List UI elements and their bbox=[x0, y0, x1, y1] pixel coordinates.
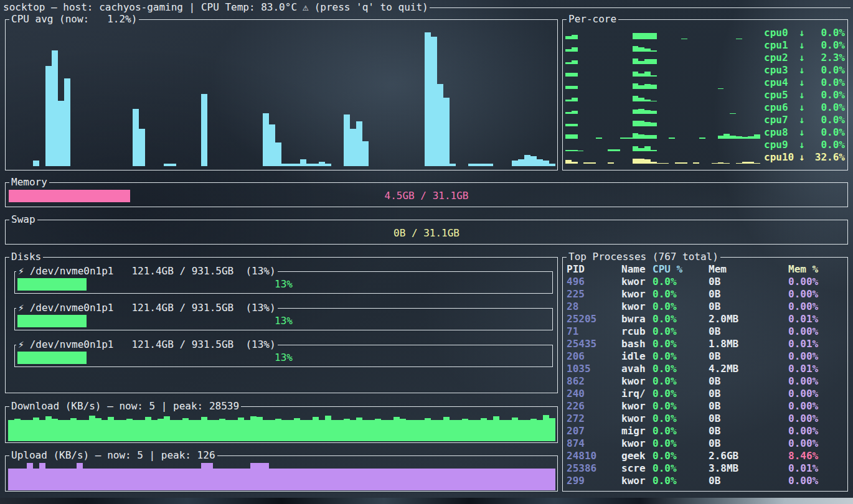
cpu-avg-chart bbox=[8, 27, 555, 166]
swap-gauge: 0B / 31.1GB bbox=[9, 227, 844, 240]
download-chart bbox=[8, 413, 555, 441]
process-mem: 0B bbox=[709, 375, 788, 388]
chart-bar bbox=[518, 159, 524, 166]
process-mem: 3.8MB bbox=[709, 462, 788, 475]
chart-bar bbox=[633, 33, 639, 39]
process-pid: 25386 bbox=[567, 462, 621, 475]
chart-bar bbox=[108, 469, 114, 490]
chart-bar bbox=[133, 469, 139, 490]
process-name: irq/ bbox=[621, 388, 653, 400]
chart-bar bbox=[114, 420, 120, 441]
chart-bar bbox=[524, 420, 530, 441]
process-mem-pct: 0.00% bbox=[788, 425, 844, 437]
chart-bar bbox=[412, 469, 418, 490]
cpu-avg-panel-title: CPU avg (now: 1.2%) bbox=[9, 13, 139, 26]
chart-bar bbox=[337, 469, 344, 490]
process-mem-pct: 0.01% bbox=[788, 313, 844, 325]
process-name: kwor bbox=[621, 301, 653, 313]
process-name: bwra bbox=[621, 313, 653, 325]
chart-bar bbox=[238, 418, 244, 441]
process-name: geek bbox=[621, 450, 653, 462]
chart-bar bbox=[638, 121, 644, 126]
process-name: kwor bbox=[621, 276, 653, 288]
chart-bar bbox=[437, 420, 443, 441]
chart-bar bbox=[164, 164, 170, 166]
chart-bar bbox=[275, 419, 281, 441]
process-pid: 299 bbox=[567, 475, 621, 487]
terminal-window[interactable]: socktop — host: cachyos-gaming | CPU Tem… bbox=[0, 0, 853, 498]
chart-bar bbox=[300, 159, 306, 166]
process-name: idle bbox=[621, 350, 653, 363]
chart-bar bbox=[381, 420, 387, 441]
chart-bar bbox=[77, 420, 83, 441]
process-pid: 272 bbox=[567, 413, 621, 425]
process-pid: 71 bbox=[567, 325, 621, 338]
chart-bar bbox=[518, 469, 524, 490]
chart-bar bbox=[450, 469, 456, 490]
chart-bar bbox=[742, 162, 748, 164]
process-row: 207migr0.0%0B0.00% bbox=[563, 425, 847, 437]
chart-bar bbox=[481, 469, 487, 490]
chart-bar bbox=[412, 420, 418, 441]
core-sparkline bbox=[565, 66, 760, 77]
chart-bar bbox=[170, 164, 176, 166]
chart-bar bbox=[651, 85, 657, 89]
core-name: cpu5 bbox=[764, 89, 799, 101]
process-pid: 28 bbox=[567, 301, 621, 313]
chart-bar bbox=[207, 420, 214, 441]
process-mem: 0B bbox=[709, 388, 788, 400]
chart-bar bbox=[663, 163, 669, 164]
process-mem-pct: 0.00% bbox=[788, 350, 844, 363]
chart-bar bbox=[213, 420, 219, 441]
process-row: 496kwor0.0%0B0.00% bbox=[563, 276, 847, 288]
chart-bar bbox=[257, 417, 263, 441]
processes-panel-title: Top Processes (767 total) bbox=[567, 251, 720, 263]
chart-bar bbox=[275, 469, 281, 490]
chart-bar bbox=[481, 418, 487, 441]
chart-bar bbox=[730, 113, 736, 114]
chart-bar bbox=[418, 469, 425, 490]
process-pid: 25435 bbox=[567, 338, 621, 350]
chart-bar bbox=[462, 419, 468, 441]
chart-bar bbox=[64, 78, 70, 166]
chart-bar bbox=[33, 469, 39, 490]
process-mem: 0B bbox=[709, 301, 788, 313]
chart-bar bbox=[344, 469, 350, 490]
chart-bar bbox=[638, 33, 644, 39]
chart-bar bbox=[675, 162, 681, 164]
core-row-cpu8: cpu8↓0.0% bbox=[565, 126, 845, 139]
process-mem-pct: 0.00% bbox=[788, 475, 844, 487]
chart-bar bbox=[512, 469, 518, 490]
trend-down-icon: ↓ bbox=[799, 114, 809, 126]
core-sparkline bbox=[565, 116, 760, 126]
chart-bar bbox=[651, 123, 657, 126]
chart-bar bbox=[294, 164, 300, 166]
chart-bar bbox=[52, 419, 58, 441]
chart-bar bbox=[730, 136, 736, 139]
core-usage-value: 0.0% bbox=[809, 126, 845, 139]
chart-bar bbox=[319, 420, 325, 441]
chart-bar bbox=[518, 420, 524, 441]
chart-bar bbox=[331, 420, 337, 441]
chart-bar bbox=[626, 138, 633, 139]
chart-bar bbox=[493, 416, 499, 441]
chart-bar bbox=[27, 463, 33, 490]
chart-bar bbox=[394, 417, 400, 441]
process-mem: 2.0MB bbox=[709, 313, 788, 325]
core-row-cpu9: cpu9↓0.0% bbox=[565, 139, 845, 151]
chart-bar bbox=[288, 420, 294, 441]
chart-bar bbox=[126, 469, 133, 490]
chart-bar bbox=[644, 59, 651, 65]
chart-bar bbox=[288, 469, 294, 490]
chart-bar bbox=[437, 84, 443, 166]
process-row: 299kwor0.0%0B0.00% bbox=[563, 475, 847, 487]
chart-bar bbox=[58, 420, 64, 441]
chart-bar bbox=[644, 135, 651, 139]
chart-bar bbox=[487, 420, 493, 441]
chart-bar bbox=[572, 98, 578, 101]
chart-bar bbox=[736, 163, 742, 164]
chart-bar bbox=[362, 141, 369, 166]
process-pid: 25205 bbox=[567, 313, 621, 325]
quit-hint: (press 'q' to quit) bbox=[314, 1, 428, 14]
process-name: kwor bbox=[621, 475, 653, 487]
